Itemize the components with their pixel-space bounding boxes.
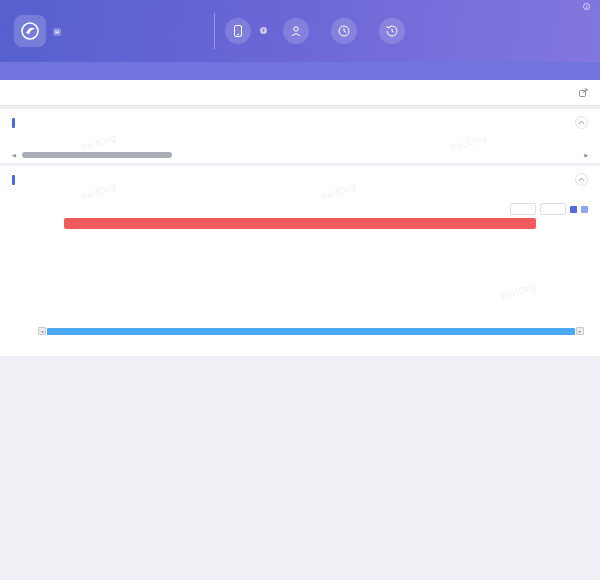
threshold-color-swatch-1[interactable]	[570, 206, 577, 213]
device-info: i	[225, 18, 267, 44]
app-info: H	[14, 15, 204, 47]
creator-info	[283, 18, 315, 44]
fps-threshold-input-2[interactable]	[540, 203, 566, 215]
scroll-right-icon[interactable]: ▶	[584, 153, 588, 158]
duration-info	[331, 18, 363, 44]
export-button[interactable]	[576, 88, 588, 97]
phone-icon	[225, 18, 251, 44]
labels-table-scrollbar[interactable]: ◀ ▶	[12, 151, 588, 159]
section-accent-bar	[12, 175, 15, 185]
divider	[214, 13, 215, 49]
chart-scrollbar[interactable]: ◄ ►	[38, 327, 584, 335]
app-icon	[14, 15, 46, 47]
chart-scroll-left-handle[interactable]: ◄	[38, 327, 46, 335]
export-icon	[579, 88, 588, 97]
session-header: i H i	[0, 0, 600, 62]
collector-version: i	[583, 3, 592, 10]
scroll-thumb[interactable]	[22, 152, 172, 158]
overview-collapse-button[interactable]	[575, 116, 588, 129]
info-icon: i	[583, 3, 590, 10]
person-icon	[283, 18, 309, 44]
overview-card: PerfDogPerfDog ◀ ▶	[0, 109, 600, 163]
scroll-left-icon[interactable]: ◀	[12, 153, 16, 158]
section-tabbar	[0, 80, 600, 106]
chart-scroll-track[interactable]	[47, 328, 575, 335]
section-accent-bar	[12, 118, 15, 128]
clock-icon	[331, 18, 357, 44]
fps-threshold-controls	[506, 203, 588, 215]
device-info-icon[interactable]: i	[260, 27, 267, 34]
upload-time-info	[379, 18, 411, 44]
threshold-color-swatch-2[interactable]	[581, 206, 588, 213]
remark-input[interactable]	[0, 62, 600, 80]
fps-threshold-input-1[interactable]	[510, 203, 536, 215]
fps-card: PerfDogPerfDogPerfDog ◄ ►	[0, 166, 600, 356]
harmony-icon: H	[53, 28, 61, 36]
label1-range-banner	[64, 218, 536, 229]
fps-collapse-button[interactable]	[575, 173, 588, 186]
chart-scroll-right-handle[interactable]: ►	[576, 327, 584, 335]
fps-chart	[12, 230, 588, 322]
history-icon	[379, 18, 405, 44]
